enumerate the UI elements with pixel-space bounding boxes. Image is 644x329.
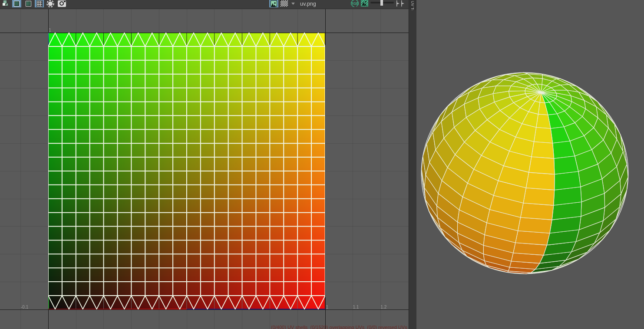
svg-text:RGB: RGB — [351, 1, 359, 6]
